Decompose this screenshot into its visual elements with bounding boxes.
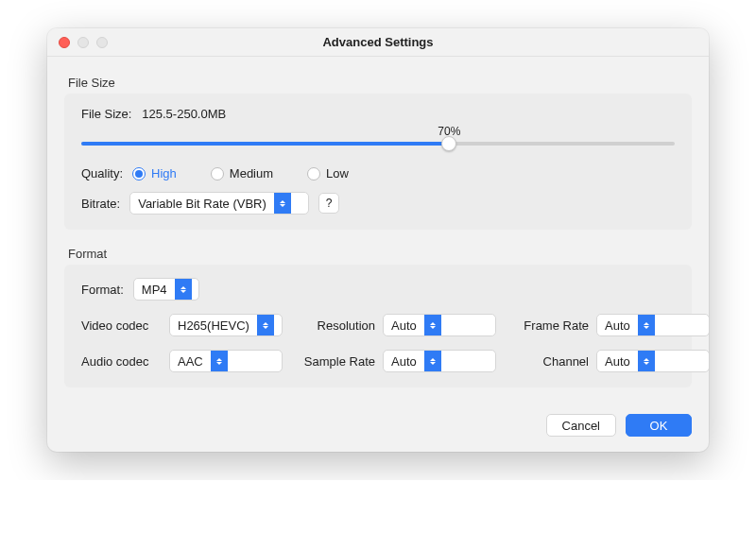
radio-icon [132,167,146,181]
bitrate-select[interactable]: Variable Bit Rate (VBR) [129,192,309,215]
frame-rate-value: Auto [597,318,638,333]
quality-row: Quality: High Medium Low [81,166,675,181]
video-codec-label: Video codec [81,318,162,333]
chevron-updown-icon [274,193,291,214]
channel-select[interactable]: Auto [596,350,709,372]
quality-low-label: Low [326,166,349,181]
quality-high-label: High [151,166,177,181]
format-label: Format: [81,283,124,297]
chevron-updown-icon [424,351,441,371]
bitrate-label: Bitrate: [81,197,120,211]
zoom-icon [96,37,108,48]
slider-thumb[interactable] [441,136,456,151]
filesize-slider[interactable]: 70% [81,142,675,146]
audio-codec-select[interactable]: AAC [169,350,283,372]
video-codec-select[interactable]: H265(HEVC) [169,314,283,336]
titlebar: Advanced Settings [47,28,709,57]
chevron-updown-icon [211,351,228,371]
sample-rate-value: Auto [384,354,424,369]
channel-label: Channel [504,354,589,369]
quality-radio-low[interactable]: Low [307,166,349,181]
format-grid: Video codec H265(HEVC) Resolution Auto F… [81,314,675,372]
bitrate-value: Variable Bit Rate (VBR) [130,197,274,211]
quality-radio-high[interactable]: High [132,166,177,181]
quality-medium-label: Medium [230,166,273,181]
audio-codec-value: AAC [170,354,211,369]
radio-icon [211,167,224,181]
filesize-panel: File Size: 125.5-250.0MB 70% Quality: Hi… [64,94,692,230]
format-value: MP4 [134,283,175,297]
cancel-label: Cancel [562,419,600,433]
settings-window: Advanced Settings File Size File Size: 1… [47,28,709,452]
ok-label: OK [650,419,668,433]
frame-rate-select[interactable]: Auto [596,314,709,336]
window-title: Advanced Settings [322,35,433,49]
window-controls [59,37,108,48]
resolution-select[interactable]: Auto [383,314,496,336]
format-heading: Format [68,247,692,261]
audio-codec-label: Audio codec [81,354,162,369]
channel-value: Auto [597,354,638,369]
sample-rate-select[interactable]: Auto [383,350,496,372]
filesize-label: File Size: [81,107,131,121]
format-select[interactable]: MP4 [133,278,199,301]
slider-track [81,142,675,146]
minimize-icon [77,37,89,48]
bitrate-row: Bitrate: Variable Bit Rate (VBR) ? [81,192,675,215]
sample-rate-label: Sample Rate [290,354,375,369]
chevron-updown-icon [638,351,655,371]
content: File Size File Size: 125.5-250.0MB 70% Q… [47,57,709,403]
quality-radio-medium[interactable]: Medium [211,166,273,181]
video-codec-value: H265(HEVC) [170,318,257,333]
footer: Cancel OK [47,403,709,452]
help-icon: ? [326,197,333,210]
format-row: Format: MP4 [81,278,675,301]
filesize-value: 125.5-250.0MB [142,107,226,121]
close-icon[interactable] [59,37,70,48]
format-panel: Format: MP4 Video codec H265(HEVC) Resol… [64,265,692,387]
resolution-label: Resolution [290,318,375,333]
chevron-updown-icon [257,315,274,335]
frame-rate-label: Frame Rate [504,318,589,333]
chevron-updown-icon [424,315,441,335]
quality-label: Quality: [81,166,123,181]
bitrate-help-button[interactable]: ? [318,193,339,214]
radio-icon [307,167,320,181]
chevron-updown-icon [638,315,655,335]
cancel-button[interactable]: Cancel [546,414,616,437]
filesize-heading: File Size [68,76,692,90]
resolution-value: Auto [384,318,424,333]
chevron-updown-icon [175,279,192,300]
filesize-row: File Size: 125.5-250.0MB [81,107,675,121]
ok-button[interactable]: OK [626,414,692,437]
slider-fill [81,142,449,146]
